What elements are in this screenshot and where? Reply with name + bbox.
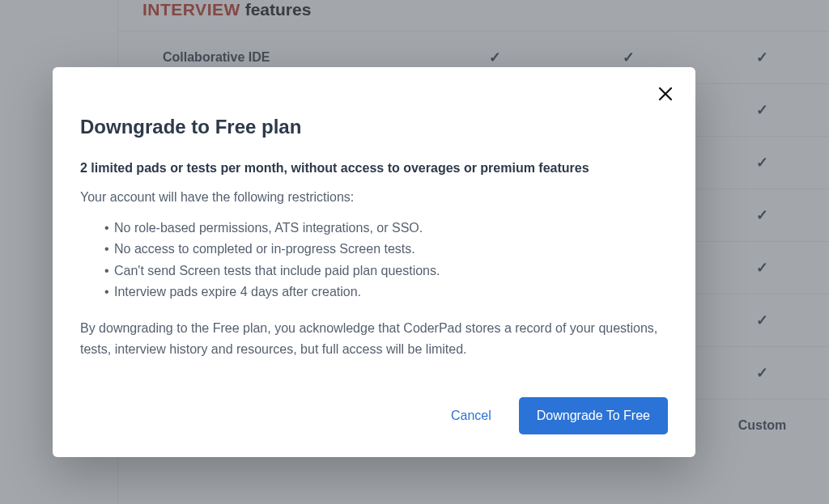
modal-subhead: 2 limited pads or tests per month, witho… xyxy=(80,161,668,176)
restrictions-list: No role-based permissions, ATS integrati… xyxy=(104,218,668,303)
modal-actions: Cancel Downgrade To Free xyxy=(80,397,668,434)
modal-disclaimer: By downgrading to the Free plan, you ack… xyxy=(80,318,668,361)
modal-intro: Your account will have the following res… xyxy=(80,190,668,205)
restriction-item: Interview pads expire 4 days after creat… xyxy=(104,282,668,303)
modal-title: Downgrade to Free plan xyxy=(80,116,668,138)
restriction-item: No role-based permissions, ATS integrati… xyxy=(104,218,668,239)
cancel-button[interactable]: Cancel xyxy=(446,400,496,431)
restriction-item: Can't send Screen tests that include pai… xyxy=(104,260,668,282)
downgrade-confirm-button[interactable]: Downgrade To Free xyxy=(519,397,668,434)
close-button[interactable] xyxy=(652,80,679,108)
restriction-item: No access to completed or in-progress Sc… xyxy=(104,239,668,260)
downgrade-modal: Downgrade to Free plan 2 limited pads or… xyxy=(53,67,695,457)
close-icon xyxy=(657,86,674,102)
